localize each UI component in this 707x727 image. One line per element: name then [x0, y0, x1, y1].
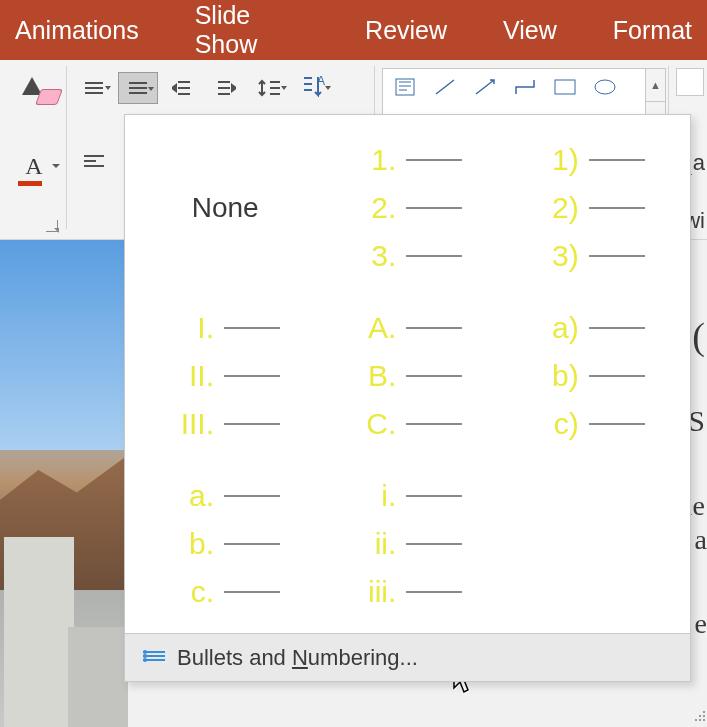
align-left-button[interactable] [74, 146, 114, 178]
bg-text: e [695, 608, 707, 640]
numbering-dropdown: None 1. 2. 3. 1) 2) 3) I. II. III. A. B.… [124, 114, 691, 682]
shape-rect-icon[interactable] [547, 73, 583, 101]
bg-text: a [693, 150, 705, 176]
shape-textbox-icon[interactable] [387, 73, 423, 101]
font-color-button[interactable]: A [18, 150, 50, 182]
numbering-option-none[interactable]: None [143, 133, 307, 283]
increase-indent-button[interactable] [206, 72, 246, 104]
tab-slideshow[interactable]: Slide Show [195, 1, 309, 59]
bullets-button[interactable] [74, 72, 114, 104]
numbering-option-upper-roman[interactable]: I. II. III. [143, 301, 307, 451]
numbering-option-lower-alpha-period[interactable]: a. b. c. [143, 469, 307, 619]
numbering-option-lower-roman[interactable]: i. ii. iii. [325, 469, 489, 619]
numbering-option-lower-alpha-paren[interactable]: a) b) c) [508, 301, 672, 451]
line-spacing-button[interactable] [250, 72, 290, 104]
list-icon [143, 649, 165, 667]
bullets-and-numbering-menu-item[interactable]: Bullets and Numbering... [125, 633, 690, 681]
svg-text:A: A [317, 75, 325, 88]
shape-oval-icon[interactable] [587, 73, 623, 101]
tab-view[interactable]: View [503, 16, 557, 45]
tab-format[interactable]: Format [613, 16, 692, 45]
tab-review[interactable]: Review [365, 16, 447, 45]
quick-styles-button[interactable] [676, 68, 704, 96]
menu-label: Bullets and Numbering... [177, 645, 418, 671]
slide-thumbnail [0, 240, 128, 727]
numbering-button[interactable] [118, 72, 158, 104]
svg-point-3 [595, 80, 615, 94]
tab-animations[interactable]: Animations [15, 16, 139, 45]
shape-elbow-icon[interactable] [507, 73, 543, 101]
decrease-indent-button[interactable] [162, 72, 202, 104]
text-direction-button[interactable]: A [294, 72, 334, 104]
bg-text: a [695, 524, 707, 556]
shape-line-icon[interactable] [427, 73, 463, 101]
svg-rect-1 [396, 79, 414, 95]
numbering-option-decimal-paren[interactable]: 1) 2) 3) [508, 133, 672, 283]
svg-rect-2 [555, 80, 575, 94]
separator [66, 66, 67, 229]
shape-arrow-icon[interactable] [467, 73, 503, 101]
none-label: None [192, 192, 259, 224]
numbering-option-decimal-period[interactable]: 1. 2. 3. [325, 133, 489, 283]
bg-text: ( [692, 314, 705, 358]
clear-formatting-button[interactable] [20, 75, 60, 115]
font-dialog-launcher[interactable] [46, 220, 58, 232]
paragraph-group: A [74, 72, 334, 104]
resize-handle-icon [687, 707, 705, 721]
ribbon-tabs: Animations Slide Show Review View Format [0, 0, 707, 60]
numbering-option-upper-alpha[interactable]: A. B. C. [325, 301, 489, 451]
